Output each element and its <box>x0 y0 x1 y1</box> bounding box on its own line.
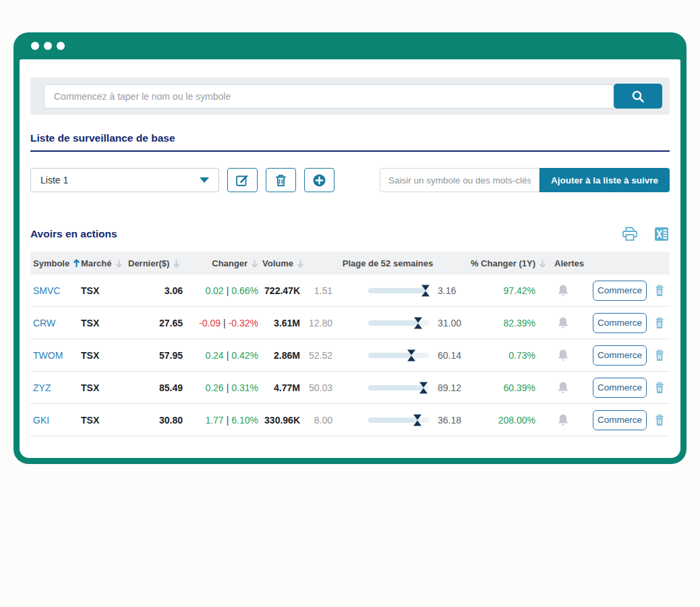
change-cell: -0.09|-0.32% <box>185 318 260 328</box>
year-change-cell: 0.73% <box>475 350 535 361</box>
sort-desc-icon <box>251 259 258 268</box>
window-dot[interactable] <box>57 42 65 50</box>
market-cell: TSX <box>81 350 128 361</box>
symbol-link[interactable]: CRW <box>30 318 81 328</box>
last-price-cell: 57.95 <box>128 350 185 361</box>
table-row: SMVC TSX 3.06 0.02|0.66% 722.47K 1.51 3.… <box>30 274 670 307</box>
watchlist-title: Liste de surveillance de base <box>30 132 670 152</box>
trade-button[interactable]: Commerce <box>593 345 647 366</box>
alert-bell-icon[interactable] <box>535 316 590 330</box>
year-change-cell: 82.39% <box>475 318 535 328</box>
header-last[interactable]: Dernier($) <box>128 258 185 268</box>
year-change-cell: 97.42% <box>475 285 535 296</box>
sort-desc-icon <box>115 259 123 268</box>
table-row: GKI TSX 30.80 1.77|6.10% 330.96K 8.00 36… <box>30 404 670 436</box>
header-volume[interactable]: Volume <box>260 258 300 268</box>
plus-circle-icon <box>312 173 326 187</box>
market-cell: TSX <box>81 318 128 328</box>
window-dot[interactable] <box>31 42 39 50</box>
window-dot[interactable] <box>44 42 52 50</box>
header-market[interactable]: Marché <box>81 258 128 268</box>
range-low-value: 8.00 <box>300 415 332 426</box>
print-icon[interactable] <box>621 226 639 242</box>
range-marker-icon <box>421 285 430 297</box>
trade-cell: Commerce <box>590 378 649 398</box>
volume-cell: 722.47K <box>260 285 300 296</box>
year-change-cell: 208.00% <box>475 415 535 426</box>
excel-export-icon[interactable] <box>653 226 670 242</box>
trade-button[interactable]: Commerce <box>593 313 647 333</box>
trade-button[interactable]: Commerce <box>593 281 647 301</box>
range-high-value: 31.00 <box>435 318 475 328</box>
header-alerts: Alertes <box>546 258 668 268</box>
symbol-link[interactable]: SMVC <box>30 285 81 296</box>
trade-cell: Commerce <box>590 345 649 366</box>
watchlist-controls: Liste 1 <box>30 168 670 192</box>
add-list-button[interactable] <box>304 168 334 192</box>
range-slider-cell <box>332 353 435 358</box>
delete-list-button[interactable] <box>266 168 296 192</box>
range-high-value: 3.16 <box>435 285 475 296</box>
trade-button[interactable]: Commerce <box>593 410 647 430</box>
change-cell: 0.02|0.66% <box>185 285 260 296</box>
range-track <box>368 385 429 391</box>
window-titlebar <box>20 32 680 59</box>
sort-desc-icon <box>539 259 546 268</box>
range-slider-cell <box>332 417 435 423</box>
trade-button[interactable]: Commerce <box>593 378 647 398</box>
holdings-header: Avoirs en actions <box>30 226 670 242</box>
remove-row-icon[interactable] <box>649 414 670 426</box>
alert-bell-icon[interactable] <box>535 413 590 427</box>
table-header-row: Symbole Marché Der <box>30 252 670 274</box>
remove-row-icon[interactable] <box>649 285 670 297</box>
trash-icon <box>274 173 287 187</box>
header-symbol[interactable]: Symbole <box>30 258 81 268</box>
alert-bell-icon[interactable] <box>535 284 590 297</box>
change-cell: 1.77|6.10% <box>185 415 260 426</box>
range-low-value: 12.80 <box>300 318 332 328</box>
range-low-value: 1.51 <box>300 285 332 296</box>
last-price-cell: 27.65 <box>128 318 185 328</box>
sort-asc-icon <box>73 259 80 268</box>
symbol-link[interactable]: GKI <box>30 415 81 426</box>
range-high-value: 36.18 <box>435 415 475 426</box>
range-low-value: 50.03 <box>300 382 332 393</box>
table-body: SMVC TSX 3.06 0.02|0.66% 722.47K 1.51 3.… <box>30 274 670 436</box>
add-symbol-input[interactable] <box>380 168 539 192</box>
header-change[interactable]: Changer <box>185 258 260 268</box>
market-cell: TSX <box>81 415 128 426</box>
market-cell: TSX <box>81 285 128 296</box>
edit-list-button[interactable] <box>227 168 258 192</box>
table-row: CRW TSX 27.65 -0.09|-0.32% 3.61M 12.80 3… <box>30 307 670 339</box>
alert-bell-icon[interactable] <box>535 381 590 395</box>
last-price-cell: 85.49 <box>128 382 185 393</box>
range-slider-cell <box>332 320 435 326</box>
change-cell: 0.26|0.31% <box>185 382 260 393</box>
year-change-cell: 60.39% <box>475 382 535 393</box>
range-marker-icon <box>407 349 415 362</box>
trade-cell: Commerce <box>590 313 649 333</box>
remove-row-icon[interactable] <box>649 382 670 394</box>
range-track <box>368 320 429 326</box>
trade-cell: Commerce <box>590 281 649 301</box>
edit-pencil-icon <box>235 173 250 187</box>
range-slider-cell <box>332 288 435 293</box>
symbol-link[interactable]: ZYZ <box>30 382 81 393</box>
alert-bell-icon[interactable] <box>535 349 590 362</box>
range-track <box>368 417 429 423</box>
range-marker-icon <box>419 382 428 394</box>
watchlist-select[interactable]: Liste 1 <box>30 168 219 192</box>
remove-row-icon[interactable] <box>649 349 670 362</box>
table-row: ZYZ TSX 85.49 0.26|0.31% 4.77M 50.03 89.… <box>30 372 670 404</box>
search-input[interactable] <box>44 84 616 109</box>
range-high-value: 89.12 <box>435 382 475 393</box>
change-cell: 0.24|0.42% <box>185 350 260 361</box>
volume-cell: 2.86M <box>260 350 300 361</box>
search-button[interactable] <box>614 84 662 109</box>
symbol-link[interactable]: TWOM <box>30 350 81 361</box>
remove-row-icon[interactable] <box>649 317 670 329</box>
holdings-table: Symbole Marché Der <box>30 252 670 436</box>
add-to-watchlist-button[interactable]: Ajouter à la liste à suivre <box>539 168 670 192</box>
volume-cell: 4.77M <box>260 382 300 393</box>
header-year-change[interactable]: % Changer (1Y) <box>475 258 546 268</box>
